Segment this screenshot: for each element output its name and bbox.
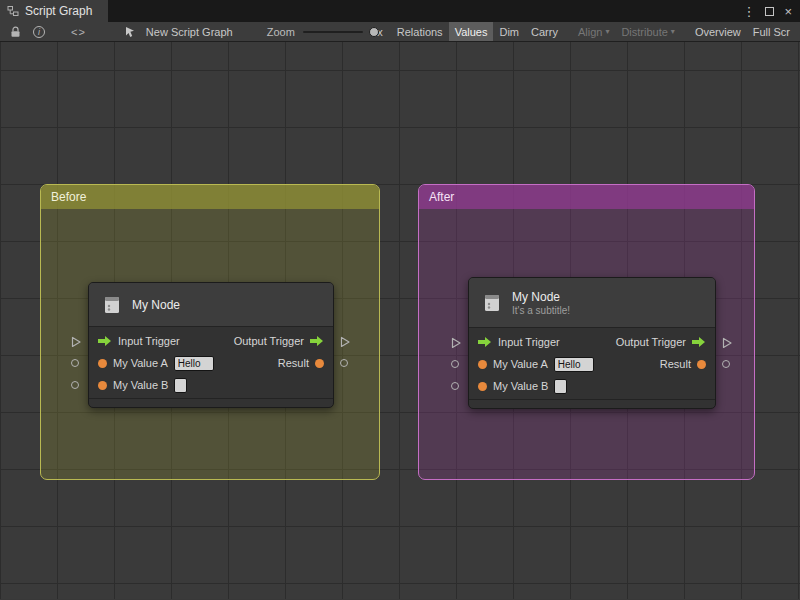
- node-after[interactable]: My Node It's a subtitle! Input Trigger O…: [468, 277, 716, 409]
- lock-icon[interactable]: [4, 22, 27, 41]
- value-a-input[interactable]: [554, 357, 594, 372]
- port-label: My Value B: [493, 380, 548, 392]
- node-icon: [101, 294, 123, 316]
- external-flow-port-marker: [721, 337, 733, 349]
- relations-button[interactable]: Relations: [391, 22, 449, 41]
- graph-title: New Script Graph: [146, 26, 233, 38]
- fullscreen-button[interactable]: Full Scr: [747, 22, 796, 41]
- node-footer: [469, 399, 715, 408]
- value-b-input[interactable]: [174, 378, 187, 393]
- value-a-input[interactable]: [174, 356, 214, 371]
- value-input-port-icon[interactable]: [98, 381, 107, 390]
- graph-asset-icon: [118, 22, 142, 41]
- window-controls: ⋮ ×: [742, 0, 800, 22]
- close-icon[interactable]: ×: [784, 4, 792, 19]
- node-footer: [89, 398, 333, 407]
- chevron-down-icon: ▾: [605, 27, 609, 36]
- kebab-menu-icon[interactable]: ⋮: [742, 4, 755, 19]
- node-subtitle: It's a subtitle!: [512, 305, 570, 316]
- external-value-port-marker: [71, 381, 79, 389]
- port-label: Output Trigger: [616, 336, 686, 348]
- chevron-down-icon: ▾: [671, 27, 675, 36]
- port-label: My Value B: [113, 379, 168, 391]
- port-label: Output Trigger: [234, 335, 304, 347]
- group-before-title: Before: [51, 190, 86, 204]
- port-row: My Value B: [469, 375, 715, 397]
- port-label: Result: [278, 357, 309, 369]
- node-before[interactable]: My Node Input Trigger Output Trigger: [88, 282, 334, 408]
- zoom-label: Zoom: [267, 26, 295, 38]
- carry-button[interactable]: Carry: [525, 22, 564, 41]
- external-value-port-marker: [451, 382, 459, 390]
- external-flow-port-marker: [339, 336, 351, 348]
- zoom-slider[interactable]: [303, 31, 363, 33]
- node-icon: [481, 292, 503, 314]
- info-icon[interactable]: i: [27, 22, 51, 41]
- port-row: My Value B: [89, 374, 333, 396]
- distribute-dropdown[interactable]: Distribute ▾: [615, 22, 680, 41]
- port-row: Input Trigger Output Trigger: [469, 331, 715, 353]
- value-input-port-icon[interactable]: [478, 360, 487, 369]
- port-row: My Value A Result: [469, 353, 715, 375]
- value-input-port-icon[interactable]: [98, 359, 107, 368]
- align-dropdown[interactable]: Align ▾: [572, 22, 615, 41]
- script-graph-icon: [7, 5, 19, 17]
- port-row: My Value A Result: [89, 352, 333, 374]
- node-title: My Node: [132, 298, 180, 312]
- external-value-port-marker: [451, 360, 459, 368]
- values-button[interactable]: Values: [449, 22, 494, 41]
- value-b-input[interactable]: [554, 379, 567, 394]
- port-label: Input Trigger: [118, 335, 180, 347]
- flow-input-port-icon[interactable]: [98, 336, 112, 346]
- code-view-icon[interactable]: <>: [65, 22, 92, 41]
- dim-button[interactable]: Dim: [493, 22, 525, 41]
- value-output-port-icon[interactable]: [697, 360, 706, 369]
- port-label: Input Trigger: [498, 336, 560, 348]
- maximize-icon[interactable]: [765, 7, 774, 16]
- port-label: Result: [660, 358, 691, 370]
- port-label: My Value A: [113, 357, 168, 369]
- tab-title: Script Graph: [25, 4, 92, 18]
- value-output-port-icon[interactable]: [315, 359, 324, 368]
- node-title: My Node: [512, 290, 570, 304]
- external-value-port-marker: [340, 359, 348, 367]
- align-label: Align: [578, 26, 602, 38]
- group-after-title: After: [429, 190, 454, 204]
- external-flow-port-marker: [450, 337, 462, 349]
- flow-output-port-icon[interactable]: [692, 337, 706, 347]
- external-flow-port-marker: [70, 336, 82, 348]
- zoom-slider-knob[interactable]: [369, 27, 379, 37]
- flow-output-port-icon[interactable]: [310, 336, 324, 346]
- graph-toolbar: i <> New Script Graph Zoom 1x Relations …: [0, 22, 800, 42]
- tab-bar: Script Graph ⋮ ×: [0, 0, 800, 22]
- group-after-header[interactable]: After: [419, 185, 754, 209]
- external-value-port-marker: [71, 359, 79, 367]
- overview-button[interactable]: Overview: [689, 22, 747, 41]
- flow-input-port-icon[interactable]: [478, 337, 492, 347]
- graph-canvas[interactable]: Before After My Node: [0, 42, 800, 599]
- external-value-port-marker: [722, 360, 730, 368]
- port-row: Input Trigger Output Trigger: [89, 330, 333, 352]
- tab-script-graph[interactable]: Script Graph: [0, 0, 108, 22]
- group-before-header[interactable]: Before: [41, 185, 379, 209]
- port-label: My Value A: [493, 358, 548, 370]
- distribute-label: Distribute: [621, 26, 667, 38]
- value-input-port-icon[interactable]: [478, 382, 487, 391]
